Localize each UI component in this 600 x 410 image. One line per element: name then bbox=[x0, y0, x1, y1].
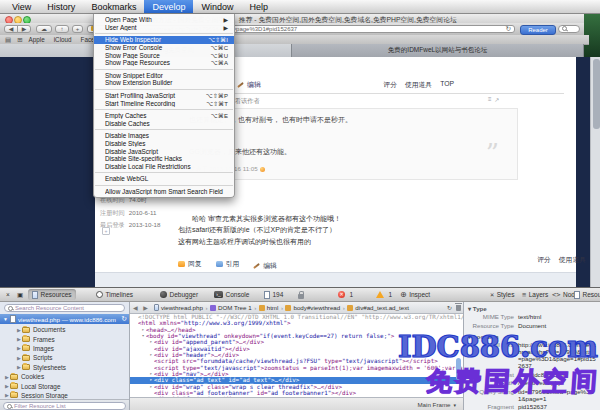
refresh-icon[interactable]: ↻ bbox=[447, 304, 452, 311]
selected-resource-row[interactable]: ▼ viewthread.php — www.idc886.com ↻ bbox=[0, 314, 130, 324]
scrollbar-thumb[interactable] bbox=[456, 358, 461, 380]
menubar-item-bookmarks[interactable]: Bookmarks bbox=[83, 0, 144, 13]
breadcrumb-item[interactable]: html bbox=[259, 304, 279, 311]
inspect-button[interactable]: ⊕ Inspect bbox=[396, 289, 434, 300]
menu-item-show-snippet-editor[interactable]: Show Snippet Editor bbox=[94, 72, 234, 80]
menu-item-start-timeline-recording[interactable]: Start Timeline Recording⌥⇧⌘T bbox=[94, 99, 234, 107]
menu-item-disable-caches[interactable]: Disable Caches bbox=[94, 120, 234, 128]
icloud-tabs-button[interactable]: ☁ bbox=[36, 25, 52, 33]
menu-item-allow-javascript-from-smart-search-field[interactable]: Allow JavaScript from Smart Search Field bbox=[94, 188, 234, 196]
scrollbar-thumb[interactable] bbox=[593, 59, 600, 129]
crumb-separator: › bbox=[343, 304, 345, 311]
post-tool-icon[interactable]: ≡ bbox=[488, 96, 492, 103]
search-field[interactable] bbox=[558, 25, 580, 33]
develop-menu: Open Page With▶User Agent▶Hide Web Inspe… bbox=[93, 14, 235, 198]
share-button[interactable]: ↑ bbox=[55, 25, 69, 33]
breadcrumb-item[interactable]: body#viewthread bbox=[285, 304, 340, 311]
console-button[interactable]: ›_ Console bbox=[210, 289, 253, 300]
menubar-item-view[interactable]: View bbox=[4, 0, 39, 13]
crumb-separator: › bbox=[254, 304, 256, 311]
lock-icon bbox=[298, 294, 304, 299]
edit-post-link[interactable]: 编辑 bbox=[237, 80, 261, 90]
meta-link-使用道具[interactable]: 使用道具 bbox=[405, 80, 432, 90]
action-link-使用道具[interactable]: 使用道具 bbox=[559, 255, 586, 265]
meta-link-top[interactable]: TOP bbox=[440, 80, 454, 90]
menu-item-open-page-with[interactable]: Open Page With▶ bbox=[94, 16, 234, 24]
menu-item-disable-local-file-restrictions[interactable]: Disable Local File Restrictions bbox=[94, 163, 234, 171]
resource-count-badge[interactable]: 194 bbox=[260, 289, 287, 300]
resource-search-field[interactable]: Search Resource Content bbox=[4, 304, 125, 312]
action-reply[interactable]: 回复 bbox=[178, 259, 202, 269]
menu-item-start-profiling-javascript[interactable]: Start Profiling JavaScript⌥⇧⌘P bbox=[94, 92, 234, 100]
reader-button[interactable]: Reader bbox=[520, 25, 556, 35]
quick-styles-button[interactable]: ×Styles bbox=[486, 289, 518, 300]
menu-item-disable-styles[interactable]: Disable Styles bbox=[94, 140, 234, 148]
back-button[interactable]: ◀ bbox=[4, 25, 18, 33]
chevron-down-icon: ▾ bbox=[453, 402, 456, 408]
breadcrumb-item[interactable]: viewthread.php bbox=[154, 304, 203, 311]
reload-icon[interactable]: ↻ bbox=[506, 25, 511, 33]
details-row: Resource TypeDocument bbox=[464, 322, 600, 329]
tree-item-local-storage[interactable]: ▶Local Storage bbox=[0, 381, 130, 390]
meta-link-评分[interactable]: 评分 bbox=[383, 80, 397, 90]
tree-item-documents[interactable]: ▶Documents bbox=[0, 325, 130, 334]
menu-item-disable-javascript[interactable]: Disable JavaScript bbox=[94, 147, 234, 155]
disclosure-triangle-icon[interactable]: ▼ bbox=[3, 316, 8, 322]
breadcrumb-item[interactable]: div#ad_text.ad_text bbox=[347, 304, 409, 311]
action-edit[interactable]: 编辑 bbox=[253, 261, 277, 271]
quick-resource-button[interactable]: Resource bbox=[570, 289, 600, 300]
bookmark-item-icloud[interactable]: iCloud bbox=[54, 36, 72, 43]
menu-item-show-error-console[interactable]: Show Error Console⌥⌘C bbox=[94, 44, 234, 52]
forward-button[interactable]: ▶ bbox=[17, 25, 31, 33]
menubar-item-window[interactable]: Window bbox=[193, 0, 241, 13]
post-body: 哈哈 审查元素其实很多浏览器都有这个功能哦！包括safari还有新版的ie（不过… bbox=[178, 213, 341, 247]
quote-author-icon bbox=[260, 167, 265, 172]
filter-resource-field[interactable]: Filter Resource List bbox=[3, 402, 126, 410]
tree-item-scripts[interactable]: ▶Scripts bbox=[0, 353, 130, 362]
bookmark-item-apple[interactable]: Apple bbox=[29, 36, 45, 43]
trash-icon[interactable] bbox=[456, 305, 461, 311]
menu-item-show-extension-builder[interactable]: Show Extension Builder bbox=[94, 79, 234, 87]
post-tool-icon[interactable]: ↗ bbox=[495, 96, 500, 103]
tree-item-frames[interactable]: ▶Frames bbox=[0, 334, 130, 343]
inspector-dock-icon[interactable]: ▣ bbox=[13, 289, 27, 300]
resources-sidebar: Search Resource Content ▼ viewthread.php… bbox=[0, 302, 130, 410]
menu-item-empty-caches[interactable]: Empty Caches⌥⌘E bbox=[94, 112, 234, 120]
reload-resource-icon[interactable]: ↻ bbox=[121, 315, 127, 323]
browser-tab-2[interactable]: 免费的IDMFweL以网站与书包论坛 bbox=[292, 44, 584, 57]
action-link-评分[interactable]: 评分 bbox=[537, 255, 551, 265]
tree-item-stylesheets[interactable]: ▶Stylesheets bbox=[0, 363, 130, 372]
menubar-item-help[interactable]: Help bbox=[241, 0, 276, 13]
menu-separator bbox=[95, 185, 233, 186]
page-scrollbar[interactable] bbox=[590, 57, 600, 287]
top-sites-grid-icon[interactable]: ⊞ bbox=[17, 36, 22, 44]
inspector-tab-timelines[interactable]: Timelines bbox=[92, 289, 137, 300]
history-nav-icons[interactable]: ◀ ▶ bbox=[133, 304, 150, 311]
warning-badge[interactable]: 1 bbox=[372, 289, 396, 300]
code-scrollbar[interactable] bbox=[456, 314, 462, 397]
menu-item-hide-web-inspector[interactable]: Hide Web Inspector⌥⇧⌘I bbox=[94, 36, 234, 44]
dom-source-view[interactable]: <!DOCTYPE html PUBLIC "-//W3C//DTD XHTML… bbox=[130, 314, 464, 397]
menu-item-disable-site-specific-hacks[interactable]: Disable Site-specific Hacks bbox=[94, 155, 234, 163]
grid-icon bbox=[210, 305, 216, 311]
tree-item-images[interactable]: ▶Images bbox=[0, 344, 130, 353]
frame-selector[interactable]: Main Frame bbox=[417, 401, 450, 408]
inspector-tab-debugger[interactable]: Debugger bbox=[156, 289, 202, 300]
menu-item-enable-webgl[interactable]: Enable WebGL bbox=[94, 175, 234, 183]
action-quote[interactable]: 引用 bbox=[216, 259, 240, 269]
menubar-item-develop[interactable]: Develop bbox=[144, 0, 193, 13]
menubar-item-history[interactable]: History bbox=[39, 0, 83, 13]
reply-icon bbox=[178, 261, 185, 267]
user-panel-icon[interactable]: + bbox=[102, 227, 110, 235]
tree-item-cookies[interactable]: ▶Cookies bbox=[0, 372, 130, 381]
menu-item-user-agent[interactable]: User Agent▶ bbox=[94, 24, 234, 32]
new-tab-button[interactable]: + bbox=[72, 25, 83, 33]
error-badge[interactable]: ✕ 1 bbox=[334, 289, 357, 300]
menu-item-show-page-source[interactable]: Show Page Source⌥⌘U bbox=[94, 51, 234, 59]
inspector-tab-resources[interactable]: Resources bbox=[28, 289, 76, 300]
bookmarks-book-icon[interactable]: ▤ bbox=[5, 36, 11, 44]
breadcrumb-item[interactable]: DOM Tree 1 bbox=[210, 304, 252, 311]
menu-bar: ViewHistoryBookmarksDevelopWindowHelp bbox=[0, 0, 600, 14]
menu-item-disable-images[interactable]: Disable Images bbox=[94, 132, 234, 140]
menu-item-show-page-resources[interactable]: Show Page Resources⌥⌘A bbox=[94, 59, 234, 67]
